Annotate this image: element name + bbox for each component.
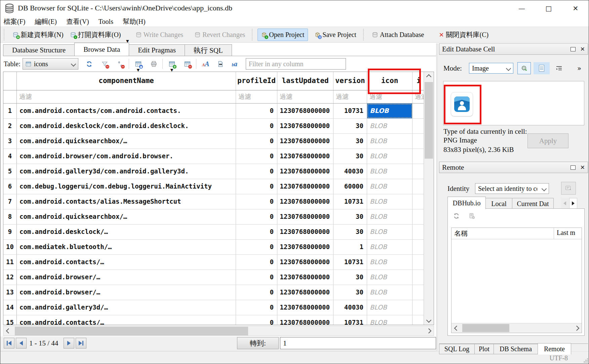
remote-upload-button[interactable] (469, 213, 475, 220)
cell-lastUpdated[interactable]: 1230768000000 (277, 134, 333, 149)
scroll-left-button[interactable] (3, 326, 13, 335)
vertical-scrollbar[interactable] (424, 72, 434, 325)
menu-file[interactable]: 檔案(F) (4, 17, 25, 26)
delete-record-button[interactable]: − (182, 58, 193, 70)
cell-componentName[interactable]: com.mediatek.bluetooth/… (17, 240, 236, 254)
cell-profileId[interactable]: 0 (236, 270, 277, 285)
cell-lastUpdated[interactable]: 1230768000000 (277, 240, 333, 254)
cell-componentName[interactable]: com.debug.loggerui/com.debug.loggerui.Ma… (17, 179, 236, 194)
filter-icon[interactable]: 過濾 (367, 90, 413, 103)
toolbar-overflow-chevron[interactable]: » (577, 64, 581, 72)
maximize-button[interactable]: □ (541, 3, 556, 14)
previous-page-button[interactable] (16, 338, 27, 349)
cell-lastUpdated[interactable]: 1230768000000 (277, 255, 333, 270)
close-panel-icon[interactable]: ✕ (580, 164, 585, 171)
close-button[interactable]: ✕ (568, 3, 583, 14)
dock-tab-db-schema[interactable]: DB Schema (494, 344, 538, 354)
column-header-clipped[interactable]: i (413, 72, 424, 90)
filter-input[interactable] (246, 58, 346, 70)
open-database-button[interactable]: › 打開資料庫(O) ▼ (67, 28, 124, 41)
menu-view[interactable]: 查看(V) (66, 17, 89, 26)
cell-profileId[interactable]: 0 (236, 240, 277, 254)
cell-componentName[interactable]: com.android.browser/com.android.browser. (17, 149, 236, 164)
refresh-button[interactable] (84, 58, 95, 70)
cell-lastUpdated[interactable]: 1230768000000 (277, 270, 333, 285)
float-panel-icon[interactable] (571, 47, 576, 51)
cell-version[interactable]: 60000 (333, 179, 367, 194)
insert-record-button[interactable]: + ▼ (166, 58, 178, 70)
mode-select[interactable]: Image (469, 63, 513, 74)
tab-scroll-left-button[interactable] (561, 198, 568, 209)
cell-version[interactable]: 10731 (333, 255, 367, 270)
last-page-button[interactable] (76, 338, 86, 349)
column-header-lastUpdated[interactable]: lastUpdated (277, 72, 333, 90)
remote-tab-local[interactable]: Local (485, 198, 513, 209)
save-results-button[interactable]: ▪ ▼ (133, 58, 144, 70)
cell-version[interactable]: 40030 (333, 300, 367, 315)
new-database-button[interactable]: + 新建資料庫(N) (9, 28, 67, 41)
cell-icon-blob[interactable]: BLOB (367, 285, 413, 300)
display-format-button[interactable]: AA (200, 58, 211, 70)
cell-componentName[interactable]: com.android.contacts/… (17, 315, 236, 325)
filter-componentName[interactable]: 過濾 (17, 90, 236, 103)
cell-icon-blob[interactable]: BLOB (367, 194, 413, 209)
clear-filters-button[interactable]: − (99, 58, 111, 70)
apply-button[interactable]: Apply (527, 133, 568, 148)
cell-icon-blob[interactable]: BLOB (367, 315, 413, 325)
cell-profileId[interactable]: 0 (236, 315, 277, 325)
cell-componentName[interactable]: com.android.contacts/alias.MessageShortc… (17, 194, 236, 209)
cell-version[interactable]: 30 (333, 149, 367, 164)
cell-icon-blob[interactable]: BLOB (367, 164, 413, 179)
cell-componentName[interactable]: com.android.contacts/… (17, 255, 236, 270)
close-database-button[interactable]: ✕ 關閉資料庫(C) (435, 28, 492, 41)
import-data-button[interactable] (517, 62, 531, 74)
find-in-table-button[interactable] (215, 58, 226, 70)
cell-version[interactable]: 30 (333, 225, 367, 239)
dock-tab-sql-log[interactable]: SQL Log (439, 344, 475, 354)
filter-profileId[interactable]: 過濾 (236, 90, 277, 103)
cell-profileId[interactable]: 0 (236, 134, 277, 149)
vertical-scroll-thumb[interactable] (425, 82, 433, 159)
menu-edit[interactable]: 編輯(E) (35, 17, 57, 26)
cell-profileId[interactable]: 0 (236, 300, 277, 315)
cell-icon-blob[interactable]: BLOB (367, 255, 413, 270)
cell-profileId[interactable]: 0 (236, 104, 277, 118)
minimize-button[interactable]: — (514, 3, 529, 14)
column-header-componentName[interactable]: componentName (17, 72, 236, 90)
dock-tab-remote[interactable]: Remote (538, 343, 571, 355)
cell-version[interactable]: 10731 (333, 315, 367, 325)
save-project-button[interactable]: ≡ Save Project (311, 29, 360, 41)
cell-profileId[interactable]: 0 (236, 285, 277, 300)
clear-sort-button[interactable]: − (115, 58, 126, 70)
scroll-down-button[interactable] (424, 315, 434, 325)
cell-profileId[interactable]: 0 (236, 194, 277, 209)
cell-lastUpdated[interactable]: 1230768000000 (277, 285, 333, 300)
tab-execute-sql[interactable]: 執行 SQL (185, 44, 232, 56)
float-panel-icon[interactable] (571, 165, 576, 170)
cell-componentName[interactable]: com.android.browser/… (17, 285, 236, 300)
first-page-button[interactable] (4, 338, 14, 349)
goto-button[interactable]: 轉到: (237, 337, 279, 349)
remote-tab-dbhub[interactable]: DBHub.io (447, 197, 486, 209)
menu-tools[interactable]: Tools (99, 18, 113, 26)
cell-componentName[interactable]: com.android.contacts/com.android.contact… (17, 104, 236, 118)
list-scroll-thumb[interactable] (462, 324, 509, 332)
cell-icon-blob[interactable]: BLOB (367, 240, 413, 254)
cell-lastUpdated[interactable]: 1230768000000 (277, 209, 333, 224)
filter-version[interactable]: 過濾 (333, 90, 367, 103)
cell-lastUpdated[interactable]: 1230768000000 (277, 194, 333, 209)
cell-profileId[interactable]: 0 (236, 225, 277, 239)
scroll-left-button[interactable] (451, 323, 462, 333)
cell-lastUpdated[interactable]: 1230768000000 (277, 164, 333, 179)
tab-browse-data[interactable]: Browse Data (74, 43, 129, 56)
text-mode-button[interactable] (534, 62, 550, 74)
goto-input[interactable] (280, 337, 436, 349)
cell-version[interactable]: 10731 (333, 104, 367, 118)
next-page-button[interactable] (64, 338, 74, 349)
identity-select[interactable]: Select an identity to conne (475, 183, 549, 194)
cell-lastUpdated[interactable]: 1230768000000 (277, 225, 333, 239)
table-select[interactable]: icons (23, 58, 78, 70)
close-panel-icon[interactable]: ✕ (580, 46, 585, 52)
scroll-up-button[interactable] (424, 72, 434, 81)
filter-lastUpdated[interactable]: 過濾 (277, 90, 333, 103)
